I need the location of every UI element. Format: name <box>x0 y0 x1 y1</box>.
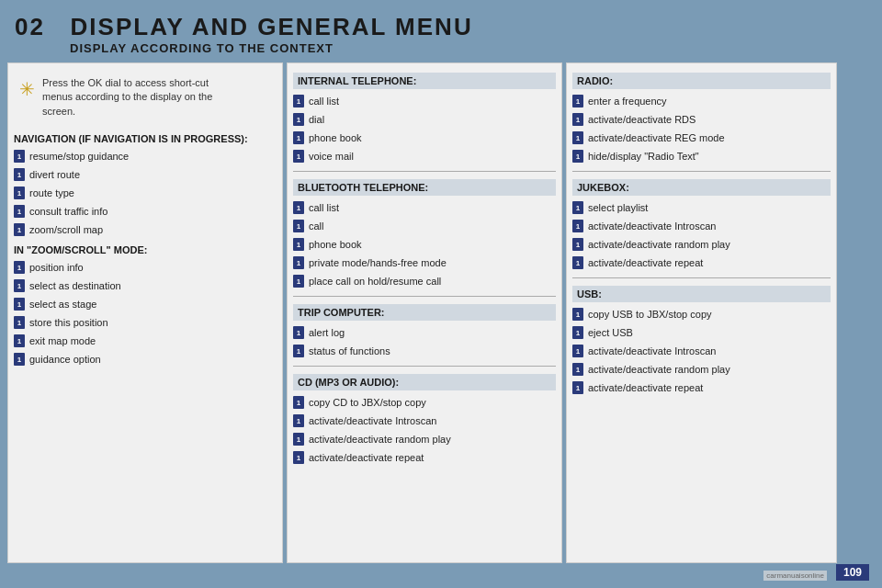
item-text: store this position <box>29 317 108 328</box>
info-box-text: Press the OK dial to access short-cutmen… <box>42 76 212 119</box>
zoom-section: IN "ZOOM/SCROLL" MODE: 1 position info 1… <box>14 244 277 367</box>
item-text: activate/deactivate repeat <box>309 452 424 463</box>
divider <box>572 277 831 278</box>
item-text: select as destination <box>29 280 121 291</box>
badge: 1 <box>293 95 304 107</box>
list-item: 1 select as destination <box>14 278 277 293</box>
item-text: activate/deactivate Introscan <box>309 415 436 426</box>
list-item: 1 select playlist <box>572 200 831 215</box>
info-box: ✳ Press the OK dial to access short-cutm… <box>14 71 277 124</box>
list-item: 1 zoom/scroll map <box>14 222 277 237</box>
item-text: eject USB <box>588 327 633 338</box>
list-item: 1 call list <box>293 200 556 215</box>
badge: 1 <box>14 223 25 236</box>
navigation-section: NAVIGATION (IF NAVIGATION IS IN PROGRESS… <box>14 133 277 237</box>
left-column: ✳ Press the OK dial to access short-cutm… <box>7 62 283 563</box>
list-item: 1 consult traffic info <box>14 204 277 219</box>
divider <box>572 171 831 172</box>
badge: 1 <box>572 381 583 394</box>
item-text: activate/deactivate random play <box>588 364 730 375</box>
badge: 1 <box>14 168 25 181</box>
internal-telephone-title: INTERNAL TELEPHONE: <box>293 73 556 89</box>
item-text: route type <box>29 187 74 198</box>
badge: 1 <box>293 414 304 427</box>
jukebox-title: JUKEBOX: <box>572 179 831 196</box>
list-item: 1 phone book <box>293 237 556 252</box>
badge: 1 <box>293 238 304 251</box>
badge: 1 <box>293 150 304 163</box>
badge: 1 <box>14 298 25 311</box>
item-text: alert log <box>309 327 345 338</box>
item-text: phone book <box>309 239 362 250</box>
bluetooth-telephone-section: BLUETOOTH TELEPHONE: 1 call list 1 call … <box>293 179 556 288</box>
item-text: private mode/hands-free mode <box>309 257 447 268</box>
badge: 1 <box>572 363 583 376</box>
list-item: 1 eject USB <box>572 325 831 340</box>
main-title-text: DISPLAY AND GENERAL MENU <box>71 13 473 40</box>
badge: 1 <box>572 345 583 357</box>
right-column: RADIO: 1 enter a frequency 1 activate/de… <box>566 62 837 563</box>
item-text: status of functions <box>309 345 390 356</box>
badge: 1 <box>14 150 25 163</box>
list-item: 1 route type <box>14 186 277 200</box>
item-text: activate/deactivate Introscan <box>588 345 716 356</box>
badge: 1 <box>293 451 304 464</box>
list-item: 1 activate/deactivate Introscan <box>572 219 831 233</box>
item-text: activate/deactivate random play <box>588 239 730 250</box>
item-text: consult traffic info <box>29 206 107 217</box>
badge: 1 <box>14 205 25 218</box>
item-text: activate/deactivate Introscan <box>588 220 716 232</box>
header-section: 02 DISPLAY AND GENERAL MENU DISPLAY ACCO… <box>7 7 875 59</box>
item-text: activate/deactivate random play <box>309 434 451 445</box>
list-item: 1 divert route <box>14 167 277 182</box>
internal-telephone-section: INTERNAL TELEPHONE: 1 call list 1 dial 1… <box>293 73 556 164</box>
trip-computer-title: TRIP COMPUTER: <box>293 304 556 321</box>
sun-icon: ✳ <box>19 78 35 100</box>
list-item: 1 enter a frequency <box>572 94 831 108</box>
jukebox-section: JUKEBOX: 1 select playlist 1 activate/de… <box>572 179 831 270</box>
list-item: 1 place call on hold/resume call <box>293 274 556 288</box>
item-text: resume/stop guidance <box>29 151 129 162</box>
list-item: 1 hide/display "Radio Text" <box>572 149 831 164</box>
item-text: phone book <box>309 132 362 143</box>
usb-title: USB: <box>572 286 831 302</box>
item-text: guidance option <box>29 354 101 365</box>
badge: 1 <box>14 353 25 366</box>
item-text: divert route <box>29 169 80 180</box>
middle-column: INTERNAL TELEPHONE: 1 call list 1 dial 1… <box>287 62 562 563</box>
item-text: call list <box>309 96 339 107</box>
item-text: call <box>309 220 324 232</box>
list-item: 1 copy CD to JBX/stop copy <box>293 395 556 410</box>
divider <box>293 171 556 172</box>
divider <box>293 296 556 297</box>
item-text: exit map mode <box>29 335 96 346</box>
item-text: activate/deactivate REG mode <box>588 132 725 143</box>
item-text: zoom/scroll map <box>29 224 103 235</box>
badge: 1 <box>572 256 583 269</box>
divider <box>293 366 556 367</box>
badge: 1 <box>14 334 25 347</box>
content-area: ✳ Press the OK dial to access short-cutm… <box>7 62 875 563</box>
item-text: hide/display "Radio Text" <box>588 151 699 162</box>
item-text: enter a frequency <box>588 96 667 107</box>
sub-title-text: DISPLAY ACCORDING TO THE CONTEXT <box>70 41 334 55</box>
list-item: 1 activate/deactivate repeat <box>572 380 831 395</box>
sub-title: DISPLAY ACCORDING TO THE CONTEXT <box>70 41 867 55</box>
item-text: dial <box>309 114 324 125</box>
badge: 1 <box>14 261 25 274</box>
badge: 1 <box>572 95 583 107</box>
badge: 1 <box>572 113 583 126</box>
badge: 1 <box>293 113 304 126</box>
list-item: 1 position info <box>14 260 277 275</box>
badge: 1 <box>293 326 304 339</box>
list-item: 1 status of functions <box>293 344 556 358</box>
watermark: carmanuaisonline <box>763 571 827 581</box>
badge: 1 <box>293 345 304 357</box>
cd-audio-section: CD (MP3 OR AUDIO): 1 copy CD to JBX/stop… <box>293 374 556 465</box>
badge: 1 <box>293 396 304 409</box>
badge: 1 <box>293 131 304 144</box>
list-item: 1 activate/deactivate REG mode <box>572 130 831 145</box>
list-item: 1 activate/deactivate random play <box>572 362 831 377</box>
badge: 1 <box>572 150 583 163</box>
zoom-title: IN "ZOOM/SCROLL" MODE: <box>14 244 277 255</box>
